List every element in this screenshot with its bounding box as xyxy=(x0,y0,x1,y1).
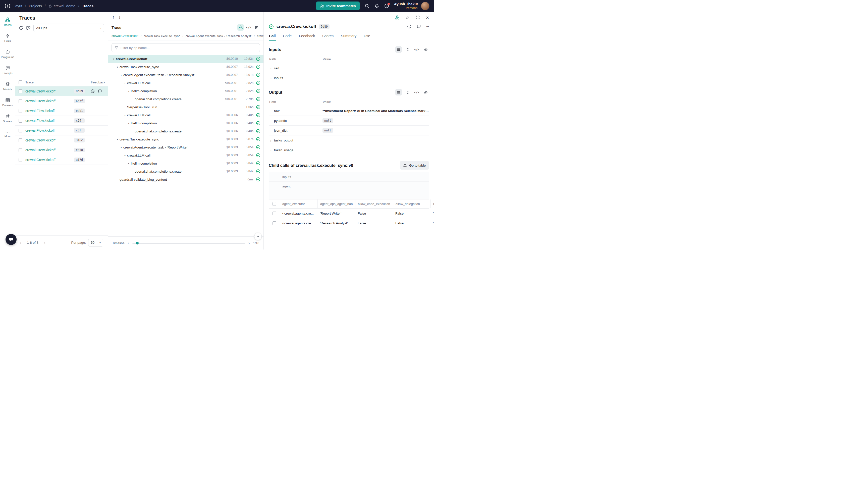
trace-breadcrumb-item[interactable]: crewai.Agent.execute_task - 'Research An… xyxy=(186,32,252,40)
collapse-caret-icon[interactable]: ▾ xyxy=(115,138,120,141)
list-view-icon[interactable] xyxy=(395,89,402,96)
trace-tree-node[interactable]: ▾crewai.LLM.call$0.00069.40s xyxy=(108,111,263,119)
child-call-row[interactable]: <crewai.agents.cre...'Research Analyst'F… xyxy=(269,218,429,228)
sidebar-item-scorers[interactable]: Scorers xyxy=(0,110,15,126)
column-header[interactable]: allow_code_execution xyxy=(355,199,393,208)
trace-row[interactable]: crewai.Flow.kickoffeab1 xyxy=(15,106,108,116)
trace-row[interactable]: crewai.Crew.kickoffa17d xyxy=(15,155,108,165)
trace-row[interactable]: crewai.Crew.kickoff316c xyxy=(15,135,108,145)
chat-widget-button[interactable] xyxy=(5,234,16,245)
feedback-emoji-icon[interactable] xyxy=(407,24,411,29)
wandb-logo-icon[interactable] xyxy=(0,3,15,9)
trace-name-link[interactable]: crewai.Crew.kickoff xyxy=(25,99,55,103)
row-checkbox[interactable] xyxy=(273,211,276,215)
fullscreen-icon[interactable] xyxy=(416,15,420,20)
column-header[interactable]: allow_delegation xyxy=(393,199,431,208)
trace-tree-node[interactable]: openai.chat.completions.create<$0.00012.… xyxy=(108,95,263,103)
tab-call[interactable]: Call xyxy=(269,32,276,41)
timeline-slider-handle[interactable] xyxy=(136,242,139,244)
trace-row[interactable]: crewai.Crew.kickoff9d89 xyxy=(15,86,108,96)
trace-name-link[interactable]: crewai.Crew.kickoff xyxy=(25,89,55,93)
prev-page-icon[interactable]: ‹ xyxy=(20,240,21,245)
timeline-slider[interactable] xyxy=(132,243,245,244)
trace-tree-node[interactable]: guardrail-validate_blog_content0ms xyxy=(108,175,263,183)
search-icon[interactable] xyxy=(365,3,370,8)
trace-name-link[interactable]: crewai.Flow.kickoff xyxy=(25,129,54,132)
code-view-icon[interactable]: </> xyxy=(413,89,420,96)
column-header[interactable]: agent_executor xyxy=(280,199,318,208)
trace-name-link[interactable]: crewai.Flow.kickoff xyxy=(25,109,54,113)
trace-tree-node[interactable]: ▾crewai.LLM.call<$0.00012.82s xyxy=(108,79,263,87)
invite-teammates-button[interactable]: Invite teammates xyxy=(316,1,360,10)
collapse-caret-icon[interactable]: ▾ xyxy=(127,162,131,165)
user-menu[interactable]: Ayush Thakur Personal xyxy=(394,2,430,10)
row-checkbox[interactable] xyxy=(18,99,22,103)
trace-tree-node[interactable]: ▾litellm.completion$0.00035.84s xyxy=(108,159,263,167)
trace-tree-node[interactable]: openai.chat.completions.create$0.00069.4… xyxy=(108,127,263,135)
expand-all-icon[interactable] xyxy=(404,46,411,53)
feedback-comment-icon[interactable] xyxy=(98,89,102,93)
trace-tree-node[interactable]: ▾crewai.LLM.call$0.00035.85s xyxy=(108,151,263,159)
help-icon[interactable]: ? xyxy=(384,3,389,8)
per-page-select[interactable]: 50 ▾ xyxy=(88,239,103,246)
trace-tree-node[interactable]: ▾crewai.Task.execute_sync$0.00035.87s xyxy=(108,135,263,143)
next-page-icon[interactable]: › xyxy=(44,240,46,245)
avatar[interactable] xyxy=(421,2,430,10)
row-checkbox[interactable] xyxy=(273,221,276,225)
breadcrumb-projects[interactable]: Projects xyxy=(29,4,42,8)
ops-filter-select[interactable]: All Ops ▾ xyxy=(34,24,104,32)
trace-tree-node[interactable]: ▾crewai.Agent.execute_task - 'Research A… xyxy=(108,71,263,79)
feedback-emoji-icon[interactable] xyxy=(91,89,95,93)
select-all-checkbox[interactable] xyxy=(18,81,22,84)
trace-tree-node[interactable]: ▾litellm.completion$0.00069.40s xyxy=(108,119,263,127)
trace-tree-node[interactable]: SerperDevTool._run1.66s xyxy=(108,103,263,111)
trace-breadcrumb-item[interactable]: crewai.Crew.kickoff xyxy=(112,32,138,40)
column-header[interactable]: b xyxy=(431,199,434,208)
trace-tree-node[interactable]: ▾crewai.Crew.kickoff$0.001019.83s xyxy=(108,55,263,63)
tab-feedback[interactable]: Feedback xyxy=(299,32,315,41)
notifications-bell-icon[interactable] xyxy=(374,3,379,8)
go-to-table-button[interactable]: Go to table xyxy=(400,161,429,170)
expand-chevron-icon[interactable]: › xyxy=(269,66,272,70)
hide-values-icon[interactable] xyxy=(422,46,429,53)
hide-values-icon[interactable] xyxy=(422,89,429,96)
refresh-icon[interactable] xyxy=(19,26,23,30)
collapse-caret-icon[interactable]: ▾ xyxy=(127,122,131,125)
collapse-caret-icon[interactable]: ▾ xyxy=(119,146,123,149)
sidebar-item-traces[interactable]: Traces xyxy=(0,14,15,30)
row-checkbox[interactable] xyxy=(18,89,22,93)
timeline-next-icon[interactable]: › xyxy=(248,241,250,246)
sidebar-item-evals[interactable]: Evals xyxy=(0,30,15,46)
breadcrumb-project[interactable]: crewai_demo xyxy=(49,4,75,8)
tab-use[interactable]: Use xyxy=(363,32,370,41)
collapse-caret-icon[interactable]: ▾ xyxy=(115,65,120,68)
collapse-caret-icon[interactable]: ▾ xyxy=(119,74,123,76)
flame-graph-icon[interactable] xyxy=(253,24,260,31)
timeline-prev-icon[interactable]: ‹ xyxy=(128,241,129,246)
collapse-caret-icon[interactable]: ▾ xyxy=(112,58,116,60)
next-sibling-arrow-icon[interactable]: ↓ xyxy=(119,15,121,20)
expand-chevron-icon[interactable]: › xyxy=(269,76,272,80)
breadcrumb-user[interactable]: ayut xyxy=(15,4,22,8)
tab-summary[interactable]: Summary xyxy=(340,32,357,41)
sidebar-item-datasets[interactable]: Datasets xyxy=(0,94,15,110)
tree-view-icon[interactable] xyxy=(237,24,244,31)
tab-scores[interactable]: Scores xyxy=(322,32,334,41)
expand-chevron-icon[interactable]: › xyxy=(269,148,272,152)
overflow-menu-icon[interactable]: ⋯ xyxy=(426,24,429,29)
row-checkbox[interactable] xyxy=(18,138,22,142)
close-icon[interactable]: × xyxy=(426,15,429,20)
trace-row[interactable]: crewai.Flow.kickoffc5ff xyxy=(15,126,108,135)
row-checkbox[interactable] xyxy=(18,158,22,162)
prev-sibling-arrow-icon[interactable]: ↑ xyxy=(112,15,114,20)
expand-chevron-icon[interactable]: › xyxy=(269,138,272,143)
trace-tree-node[interactable]: openai.chat.completions.create$0.00035.8… xyxy=(108,167,263,175)
column-settings-icon[interactable] xyxy=(26,26,30,30)
op-filter-input[interactable] xyxy=(121,46,257,50)
sidebar-item-playground[interactable]: Playground xyxy=(0,46,15,62)
trace-row[interactable]: crewai.Crew.kickoffe058 xyxy=(15,145,108,155)
trace-name-link[interactable]: crewai.Crew.kickoff xyxy=(25,148,55,152)
trace-name-link[interactable]: crewai.Crew.kickoff xyxy=(25,138,55,142)
child-call-row[interactable]: <crewai.agents.cre...'Report Writer'Fals… xyxy=(269,208,429,218)
trace-tree-node[interactable]: ▾crewai.Agent.execute_task - 'Report Wri… xyxy=(108,143,263,151)
